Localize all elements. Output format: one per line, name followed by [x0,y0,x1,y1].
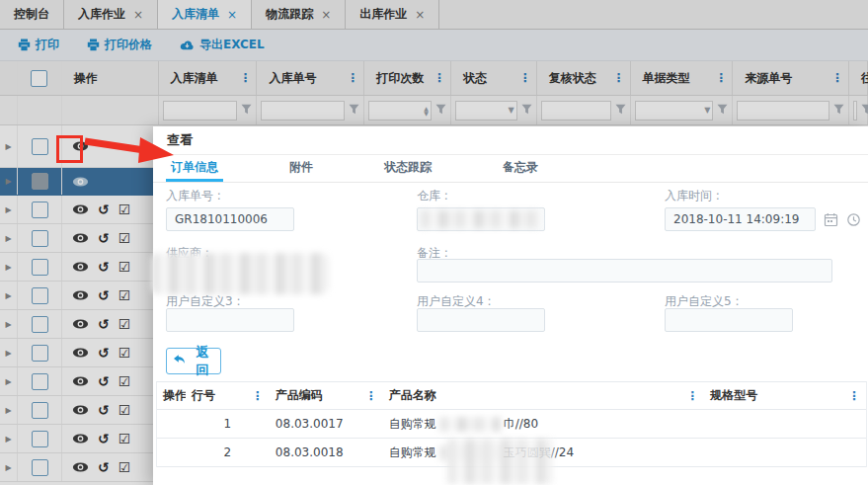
receipt-time-field[interactable] [665,207,816,231]
warehouse-blur [421,210,541,228]
column-menu-icon[interactable]: ⋮ [365,391,377,401]
modal-tab-状态跟踪[interactable]: 状态跟踪 [379,155,436,182]
product-name-blur [447,439,553,484]
detail-column-header-产品编码[interactable]: 产品编码⋮ [270,382,383,409]
column-menu-icon[interactable]: ⋮ [848,391,860,401]
modal-tab-label: 附件 [289,159,313,176]
detail-column-label: 产品名称 [389,387,436,404]
detail-column-label: 产品编码 [276,387,323,404]
remark-field[interactable] [417,259,832,283]
detail-name-cell: 自购常规巾//80 [383,410,705,438]
clock-icon[interactable] [844,209,863,230]
back-button[interactable]: 返回 [166,348,221,374]
back-button-label: 返回 [191,344,214,379]
custom3-field[interactable] [166,308,294,332]
supplier-blur [151,253,329,294]
back-arrow-icon [173,354,186,368]
detail-header-row: 操作行号⋮产品编码⋮产品名称⋮规格型号⋮ [157,382,866,410]
detail-line-cell: 1 [186,410,270,438]
modal-tab-label: 备忘录 [503,159,538,176]
custom4-field[interactable] [417,308,545,332]
detail-spec-cell [704,439,866,466]
detail-name-blur [439,417,501,432]
detail-column-header-操作[interactable]: 操作 [157,382,186,409]
detail-column-header-行号[interactable]: 行号⋮ [186,382,270,409]
modal-tab-备忘录[interactable]: 备忘录 [498,155,543,182]
detail-line-cell: 2 [186,439,270,466]
detail-name-prefix: 自购常规 [389,445,436,461]
receipt-no-field[interactable] [166,207,294,231]
column-menu-icon[interactable]: ⋮ [252,391,264,401]
warehouse-label: 仓库 : [417,188,448,204]
detail-code-cell: 08.03.0018 [270,439,383,466]
detail-op-cell [157,439,186,466]
detail-column-label: 操作 [163,387,186,404]
modal-tab-label: 订单信息 [171,159,218,176]
detail-column-label: 行号 [192,387,215,404]
modal-tab-附件[interactable]: 附件 [284,155,318,182]
detail-name-prefix: 自购常规 [389,416,436,433]
detail-op-cell [157,410,186,438]
view-modal: 查看 订单信息附件状态跟踪备忘录 入库单号 : 仓库 : 入库时间 : 供应商 … [153,126,868,485]
annotation-arrow [79,131,178,171]
detail-row[interactable]: 108.03.0017自购常规巾//80 [157,410,866,439]
column-menu-icon[interactable]: ⋮ [686,391,698,401]
detail-column-label: 规格型号 [710,387,757,404]
modal-tab-label: 状态跟踪 [384,159,432,176]
detail-name-suffix: 巾//80 [504,416,538,433]
custom5-field[interactable] [665,308,793,332]
wms-app: 控制台入库作业×入库清单×物流跟踪×出库作业× 打印打印价格导出EXCEL 操作… [0,0,868,485]
modal-title: 查看 [153,126,868,155]
modal-tab-bar: 订单信息附件状态跟踪备忘录 [153,155,868,183]
detail-code-cell: 08.03.0017 [270,410,383,438]
receipt-time-label: 入库时间 : [665,188,720,204]
detail-column-header-规格型号[interactable]: 规格型号⋮ [704,382,866,409]
detail-column-header-产品名称[interactable]: 产品名称⋮ [383,382,705,409]
calendar-icon[interactable] [822,209,840,230]
detail-spec-cell [704,410,866,438]
receipt-no-label: 入库单号 : [166,188,221,204]
